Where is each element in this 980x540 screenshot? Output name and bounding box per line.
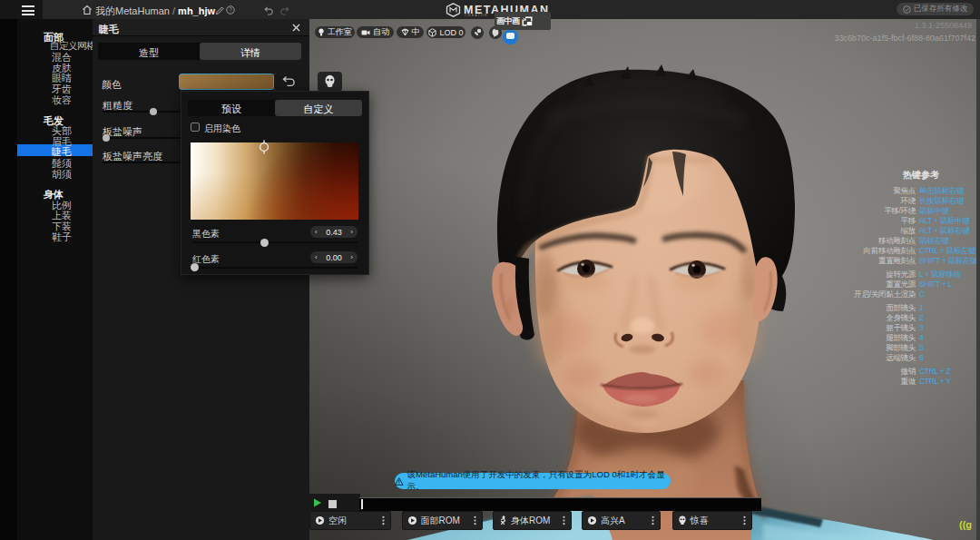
- svg-text:?: ?: [229, 6, 232, 13]
